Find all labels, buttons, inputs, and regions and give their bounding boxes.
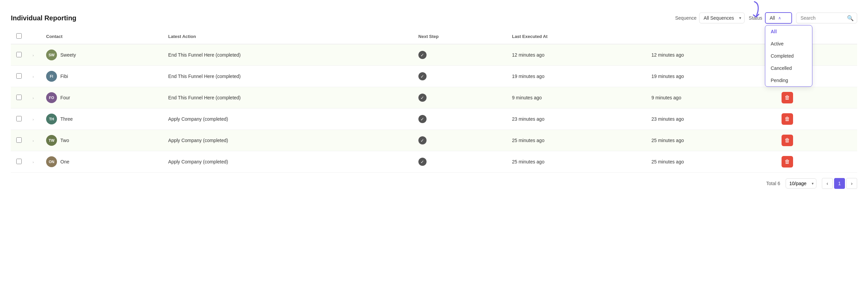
table-row: › FI Fibi End This Funnel Here (complete… bbox=[11, 66, 857, 87]
sequence-select[interactable]: All Sequences bbox=[699, 13, 745, 23]
completed-icon: ✓ bbox=[418, 72, 427, 80]
contact-cell: FO Four bbox=[46, 92, 157, 103]
status-select-button[interactable]: All ∧ bbox=[765, 12, 792, 24]
row-last-executed-cell: 19 minutes ago bbox=[507, 66, 646, 87]
page-container: Individual Reporting Sequence All Sequen… bbox=[0, 0, 868, 295]
row-expand-cell[interactable]: › bbox=[27, 130, 41, 151]
row-next-step-cell: ✓ bbox=[413, 151, 507, 173]
row-actions-cell: 🗑 bbox=[776, 151, 857, 173]
search-wrapper: 🔍 bbox=[796, 13, 857, 23]
row-next-step-cell: ✓ bbox=[413, 66, 507, 87]
row-expand-cell[interactable]: › bbox=[27, 66, 41, 87]
col-last-executed2 bbox=[646, 29, 776, 44]
row-expand-cell[interactable]: › bbox=[27, 151, 41, 173]
table-row: › SW Sweety End This Funnel Here (comple… bbox=[11, 44, 857, 66]
avatar: ON bbox=[46, 156, 57, 167]
avatar: TW bbox=[46, 135, 57, 146]
expand-chevron-icon: › bbox=[33, 75, 34, 79]
row-checkbox-cell bbox=[11, 151, 27, 173]
row-checkbox-6[interactable] bbox=[16, 159, 22, 164]
row-checkbox-5[interactable] bbox=[16, 137, 22, 143]
row-checkbox-cell bbox=[11, 109, 27, 130]
delete-button[interactable]: 🗑 bbox=[782, 156, 793, 168]
table-header-row: Contact Latest Action Next Step Last Exe… bbox=[11, 29, 857, 44]
dropdown-item-active[interactable]: Active bbox=[765, 38, 812, 50]
sequence-label: Sequence bbox=[675, 15, 696, 21]
row-last-executed2-cell: 19 minutes ago bbox=[646, 66, 776, 87]
row-checkbox-1[interactable] bbox=[16, 52, 22, 57]
status-select-wrapper: All ∧ All Active Completed Cancelled Pen… bbox=[765, 12, 792, 24]
expand-chevron-icon: › bbox=[33, 53, 34, 57]
row-contact-cell: FO Four bbox=[41, 87, 163, 109]
row-next-step-cell: ✓ bbox=[413, 44, 507, 66]
dropdown-item-all[interactable]: All bbox=[765, 25, 812, 38]
page-1-button[interactable]: 1 bbox=[834, 178, 845, 189]
row-checkbox-cell bbox=[11, 87, 27, 109]
row-last-executed2-cell: 23 minutes ago bbox=[646, 109, 776, 130]
prev-page-button[interactable]: ‹ bbox=[822, 178, 833, 189]
completed-icon: ✓ bbox=[418, 136, 427, 144]
row-contact-cell: TW Two bbox=[41, 130, 163, 151]
row-checkbox-cell bbox=[11, 44, 27, 66]
row-checkbox-4[interactable] bbox=[16, 116, 22, 121]
dropdown-item-pending[interactable]: Pending bbox=[765, 74, 812, 86]
contact-name: Sweety bbox=[60, 52, 76, 58]
per-page-wrapper: 10/page 25/page 50/page bbox=[786, 178, 816, 189]
table-footer: Total 6 10/page 25/page 50/page ‹ 1 › bbox=[0, 173, 868, 194]
contact-name: Four bbox=[60, 95, 70, 100]
row-latest-action-cell: End This Funnel Here (completed) bbox=[163, 66, 413, 87]
row-next-step-cell: ✓ bbox=[413, 109, 507, 130]
col-next-step: Next Step bbox=[413, 29, 507, 44]
col-expand bbox=[27, 29, 41, 44]
sequence-filter-group: Sequence All Sequences bbox=[675, 13, 745, 23]
row-expand-cell[interactable]: › bbox=[27, 87, 41, 109]
delete-button[interactable]: 🗑 bbox=[782, 135, 793, 146]
row-checkbox-3[interactable] bbox=[16, 95, 22, 100]
chevron-up-icon: ∧ bbox=[778, 16, 781, 20]
contact-name: Three bbox=[60, 116, 73, 122]
row-latest-action-cell: End This Funnel Here (completed) bbox=[163, 44, 413, 66]
expand-chevron-icon: › bbox=[33, 139, 34, 143]
col-contact: Contact bbox=[41, 29, 163, 44]
row-actions-cell: 🗑 bbox=[776, 87, 857, 109]
row-latest-action-cell: Apply Company (completed) bbox=[163, 151, 413, 173]
status-filter-group: Status All ∧ All Active Completed Cancel… bbox=[749, 12, 792, 24]
delete-button[interactable]: 🗑 bbox=[782, 92, 793, 103]
row-latest-action-cell: End This Funnel Here (completed) bbox=[163, 87, 413, 109]
row-contact-cell: SW Sweety bbox=[41, 44, 163, 66]
row-expand-cell[interactable]: › bbox=[27, 44, 41, 66]
row-expand-cell[interactable]: › bbox=[27, 109, 41, 130]
row-latest-action-cell: Apply Company (completed) bbox=[163, 109, 413, 130]
search-icon[interactable]: 🔍 bbox=[847, 15, 854, 21]
select-all-checkbox[interactable] bbox=[16, 33, 22, 39]
row-last-executed-cell: 12 minutes ago bbox=[507, 44, 646, 66]
contact-cell: TW Two bbox=[46, 135, 157, 146]
status-label: Status bbox=[749, 15, 762, 21]
row-last-executed2-cell: 12 minutes ago bbox=[646, 44, 776, 66]
row-last-executed2-cell: 25 minutes ago bbox=[646, 130, 776, 151]
next-page-button[interactable]: › bbox=[846, 178, 857, 189]
row-contact-cell: ON One bbox=[41, 151, 163, 173]
table-row: › TH Three Apply Company (completed) ✓ 2… bbox=[11, 109, 857, 130]
row-contact-cell: TH Three bbox=[41, 109, 163, 130]
completed-icon: ✓ bbox=[418, 115, 427, 123]
delete-button[interactable]: 🗑 bbox=[782, 113, 793, 125]
avatar: TH bbox=[46, 114, 57, 124]
table-container: Contact Latest Action Next Step Last Exe… bbox=[0, 29, 868, 173]
table-row: › TW Two Apply Company (completed) ✓ 25 … bbox=[11, 130, 857, 151]
row-checkbox-2[interactable] bbox=[16, 73, 22, 79]
completed-icon: ✓ bbox=[418, 158, 427, 166]
dropdown-item-completed[interactable]: Completed bbox=[765, 50, 812, 62]
dropdown-item-cancelled[interactable]: Cancelled bbox=[765, 62, 812, 74]
row-next-step-cell: ✓ bbox=[413, 87, 507, 109]
header-area: Individual Reporting Sequence All Sequen… bbox=[0, 7, 868, 29]
expand-chevron-icon: › bbox=[33, 117, 34, 121]
page-title: Individual Reporting bbox=[11, 14, 76, 22]
reporting-table: Contact Latest Action Next Step Last Exe… bbox=[11, 29, 857, 173]
contact-name: One bbox=[60, 159, 69, 164]
contact-name: Fibi bbox=[60, 74, 68, 79]
per-page-select[interactable]: 10/page 25/page 50/page bbox=[786, 178, 816, 189]
row-last-executed-cell: 9 minutes ago bbox=[507, 87, 646, 109]
status-current-value: All bbox=[770, 15, 775, 21]
contact-cell: FI Fibi bbox=[46, 71, 157, 82]
